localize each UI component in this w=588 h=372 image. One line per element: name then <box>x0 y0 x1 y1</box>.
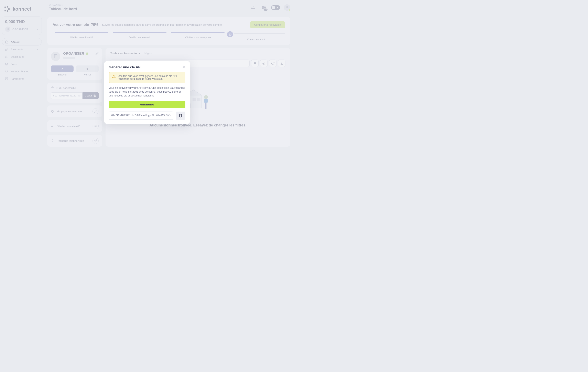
alert-text: Une fois que vous avez généré une nouvel… <box>118 75 183 80</box>
warning-icon <box>112 75 116 80</box>
copy-key-button[interactable] <box>176 111 185 120</box>
svg-rect-25 <box>179 114 181 117</box>
warning-alert: Une fois que vous avez généré une nouvel… <box>109 72 185 83</box>
modal-body-text: Vous ne pouvez voir votre API Key qu'une… <box>109 86 185 98</box>
modal-overlay[interactable]: Générer une clé API Une fois que vous av… <box>0 0 294 186</box>
close-button[interactable] <box>183 66 185 69</box>
generate-button[interactable]: GÉNÉRER <box>109 101 185 108</box>
generate-api-key-modal: Générer une clé API Une fois que vous av… <box>104 61 190 124</box>
api-key-field[interactable]: 61a749b16088351ffd7a685e:whUpyz1LoWbaROp… <box>109 111 173 120</box>
modal-title: Générer une clé API <box>109 65 142 69</box>
